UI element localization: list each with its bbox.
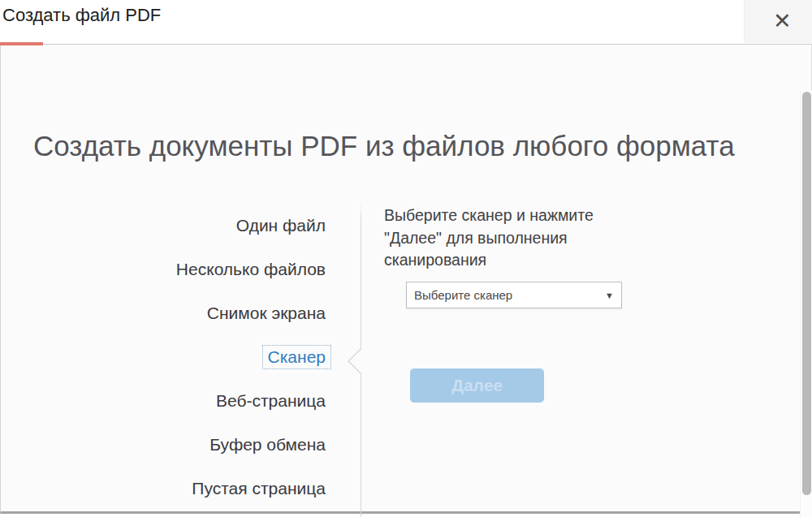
menu-item[interactable]: Пустая страница [1, 467, 331, 511]
window-title: Создать файл PDF [2, 5, 161, 26]
scrollbar-thumb[interactable] [802, 92, 811, 495]
selected-item-pointer [348, 348, 373, 373]
menu-item[interactable]: Снимок экрана [1, 291, 331, 335]
menu-item-label: Снимок экрана [201, 301, 331, 325]
chevron-down-icon: ▼ [605, 291, 621, 300]
next-button[interactable]: Далее [410, 368, 544, 403]
menu-item-label: Веб-страница [210, 389, 331, 413]
close-icon: ✕ [773, 11, 792, 32]
menu-item[interactable]: Один файл [1, 204, 331, 248]
dialog-heading: Создать документы PDF из файлов любого ф… [33, 130, 780, 162]
menu-item[interactable]: Буфер обмена [1, 423, 331, 467]
menu-item[interactable]: Сканер [1, 335, 331, 379]
scanner-instruction-text: Выберите сканер и нажмите "Далее" для вы… [384, 205, 637, 272]
close-button[interactable]: ✕ [744, 0, 812, 43]
menu-item-label: Сканер [262, 345, 331, 369]
menu-item-label: Один файл [231, 213, 331, 238]
vertical-scrollbar[interactable] [800, 90, 812, 517]
create-pdf-dialog: Создать документы PDF из файлов любого ф… [0, 44, 812, 514]
scanner-select-dropdown[interactable]: Выберите сканер ▼ [406, 282, 622, 308]
create-pdf-window: Создать файл PDF ✕ Создать документы PDF… [0, 0, 812, 517]
accent-underline [0, 42, 43, 45]
menu-item-label: Буфер обмена [204, 433, 331, 457]
scanner-select-value: Выберите сканер [407, 288, 605, 302]
menu-item-label: Несколько файлов [171, 257, 331, 282]
menu-item-label: Пустая страница [186, 476, 331, 501]
source-type-menu: Один файл Несколько файлов Снимок экрана… [1, 204, 331, 511]
menu-item[interactable]: Несколько файлов [1, 248, 331, 291]
menu-item[interactable]: Веб-страница [1, 379, 331, 423]
